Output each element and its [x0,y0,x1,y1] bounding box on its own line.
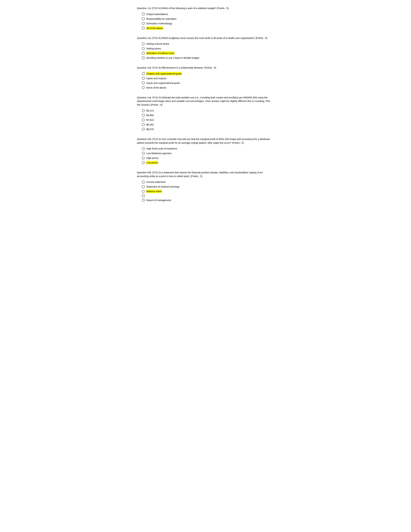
option-row-2-3[interactable]: Deciding whether to use a fixed or flexi… [142,56,274,59]
option-label-6-4: Report of management [146,199,171,202]
radio-1-0[interactable] [142,13,145,16]
option-label-5-2: High prices [146,156,159,160]
option-row-6-4[interactable]: Report of management [142,199,274,202]
question-text-3: Question 3.3. (TCO 4) Effectiveness is a… [137,66,274,70]
options-1: Output expectationsResponsibility for es… [142,12,274,30]
option-row-1-1[interactable]: Responsibility for estimation [142,17,274,20]
radio-2-0[interactable] [142,42,145,45]
option-row-4-2[interactable]: $7,613 [142,118,274,122]
option-label-4-2: $7,613 [146,118,154,122]
question-block-4: Question 4.4. (TCO 3) Estimate the total… [137,96,274,131]
option-row-1-2[interactable]: Estimation methodology [142,22,274,25]
radio-4-4[interactable] [142,128,145,131]
radio-1-1[interactable] [142,17,145,20]
option-label-1-1: Responsibility for estimation [146,17,177,20]
radio-2-2[interactable] [142,52,145,55]
question-block-3: Question 3.3. (TCO 4) Effectiveness is a… [137,66,274,89]
option-row-2-2[interactable]: Allocation of indirect costs [142,51,274,55]
option-label-4-0: $5,213 [146,109,154,112]
option-label-4-1: $3,892 [146,114,154,117]
radio-6-0[interactable] [142,180,145,183]
options-4: $5,213$3,892$7,613$5,452$8,070 [142,109,274,131]
option-label-6-0: Income statement [146,180,166,184]
option-label-2-3: Deciding whether to use a fixed or flexi… [146,56,199,59]
option-row-4-1[interactable]: $3,892 [142,114,274,117]
option-row-5-3[interactable]: Low prices [142,161,274,164]
option-row-5-1[interactable]: Low Medicare payment [142,152,274,155]
question-text-1: Question 1.1. (TCO 4) Which of the follo… [137,6,274,10]
options-5: High fixed costs of treatmentLow Medicar… [142,147,274,164]
options-3: Outputs and organizational goalsInputs a… [142,72,274,89]
question-text-5: Question 5.5. (TCO 3) Your controller ha… [137,137,274,145]
option-row-3-1[interactable]: Inputs and outputs [142,76,274,80]
option-row-6-0[interactable]: Income statement [142,180,274,184]
radio-4-1[interactable] [142,114,145,117]
radio-3-1[interactable] [142,77,145,80]
radio-6-2[interactable] [142,190,145,193]
radio-5-2[interactable] [142,157,145,160]
question-text-2: Question 2.2. (TCO 4) Which budgetary is… [137,36,274,40]
radio-5-0[interactable] [142,147,145,150]
option-row-4-4[interactable]: $8,070 [142,127,274,131]
option-label-3-2: Inputs and organizational goals [146,81,180,85]
option-label-6-2: Balance sheet [146,190,162,193]
option-label-2-1: Setting prices [146,47,161,50]
option-label-4-3: $5,452 [146,123,154,126]
options-6: Income statementStatement of retained ea… [142,180,274,202]
option-label-1-3: All of the above [146,27,163,30]
radio-4-0[interactable] [142,109,145,112]
radio-3-3[interactable] [142,86,145,89]
option-row-1-3[interactable]: All of the above [142,27,274,30]
radio-6-1[interactable] [142,185,145,188]
question-block-6: Question 6.6. (TCO 2) A statement that r… [137,171,274,202]
question-block-2: Question 2.2. (TCO 4) Which budgetary is… [137,36,274,60]
radio-5-1[interactable] [142,152,145,155]
option-row-3-2[interactable]: Inputs and organizational goals [142,81,274,85]
question-block-1: Question 1.1. (TCO 4) Which of the follo… [137,6,274,30]
option-row-6-3[interactable] [142,194,274,197]
radio-2-3[interactable] [142,57,145,59]
option-label-6-1: Statement of retained earnings [146,185,179,188]
radio-3-0[interactable] [142,72,145,75]
radio-4-3[interactable] [142,123,145,126]
radio-4-2[interactable] [142,118,145,121]
radio-2-1[interactable] [142,47,145,50]
question-text-4: Question 4.4. (TCO 3) Estimate the total… [137,96,274,107]
radio-6-3[interactable] [142,194,145,197]
option-label-1-0: Output expectations [146,12,168,16]
question-text-6: Question 6.6. (TCO 2) A statement that r… [137,171,274,178]
option-row-1-0[interactable]: Output expectations [142,12,274,16]
radio-1-3[interactable] [142,27,145,29]
option-label-2-2: Allocation of indirect costs [146,51,174,55]
option-label-2-0: Setting volume levels [146,42,169,46]
question-block-5: Question 5.5. (TCO 3) Your controller ha… [137,137,274,164]
option-row-6-2[interactable]: Balance sheet [142,190,274,193]
option-row-5-2[interactable]: High prices [142,156,274,160]
radio-5-3[interactable] [142,161,145,164]
option-label-3-0: Outputs and organizational goals [146,72,182,75]
option-row-4-0[interactable]: $5,213 [142,109,274,112]
option-label-4-4: $8,070 [146,127,154,131]
options-2: Setting volume levelsSetting pricesAlloc… [142,42,274,59]
option-label-5-0: High fixed costs of treatment [146,147,177,150]
radio-3-2[interactable] [142,81,145,84]
option-row-3-0[interactable]: Outputs and organizational goals [142,72,274,75]
option-label-5-3: Low prices [146,161,158,164]
option-row-2-0[interactable]: Setting volume levels [142,42,274,46]
option-label-5-1: Low Medicare payment [146,152,171,155]
option-row-5-0[interactable]: High fixed costs of treatment [142,147,274,150]
option-label-1-2: Estimation methodology [146,22,172,25]
option-label-3-3: None of the above. [146,86,167,89]
option-row-6-1[interactable]: Statement of retained earnings [142,185,274,188]
option-row-2-1[interactable]: Setting prices [142,47,274,50]
radio-6-4[interactable] [142,199,145,202]
option-row-3-3[interactable]: None of the above. [142,86,274,89]
option-label-3-1: Inputs and outputs [146,76,166,80]
radio-1-2[interactable] [142,22,145,25]
option-row-4-3[interactable]: $5,452 [142,123,274,126]
